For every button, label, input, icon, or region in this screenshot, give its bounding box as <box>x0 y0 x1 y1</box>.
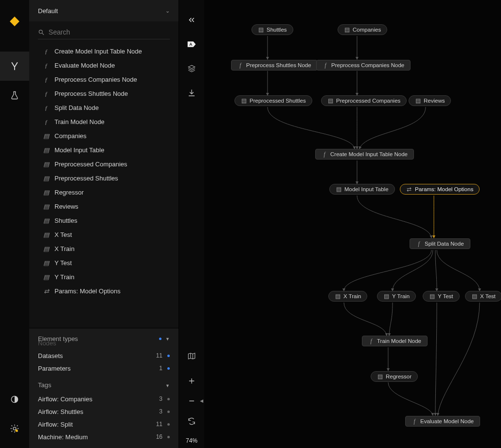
node-train-model[interactable]: fTrain Model Node <box>362 336 428 346</box>
gear-icon <box>10 424 19 433</box>
layers-button[interactable] <box>179 56 204 81</box>
pipeline-selector[interactable]: Default ⌄ <box>29 0 179 21</box>
node-ytest[interactable]: ▤Y Test <box>423 291 460 302</box>
collapse-sidebar-button[interactable] <box>179 8 204 32</box>
dataset-icon: ▤ <box>43 132 50 140</box>
row-dot-icon <box>167 355 170 357</box>
filter-row[interactable]: Datasets11 <box>38 349 170 362</box>
search-input[interactable] <box>49 28 170 36</box>
node-params[interactable]: ⇄Params: Model Options <box>400 184 480 195</box>
legend-dot-icon <box>159 338 161 340</box>
dataset-icon: ▤ <box>344 27 350 33</box>
tree-item[interactable]: ▤Regressor <box>38 185 174 199</box>
filter-row[interactable]: Parameters1 <box>38 362 170 375</box>
tree-item[interactable]: ƒEvaluate Model Node <box>38 58 174 72</box>
tree-item-label: Params: Model Options <box>54 287 121 295</box>
minus-icon: − <box>189 395 195 407</box>
filter-row[interactable]: Airflow: Shuttles3 <box>38 405 170 418</box>
reset-zoom-button[interactable] <box>179 409 204 433</box>
dataset-icon: ▤ <box>43 203 50 211</box>
label-tag-icon: A <box>187 40 197 48</box>
node-xtest[interactable]: ▤X Test <box>465 291 501 302</box>
tree-item[interactable]: ▤Companies <box>38 129 174 143</box>
row-dot-icon <box>167 436 170 438</box>
tree-item[interactable]: ▤Y Test <box>38 256 174 270</box>
node-shuttles[interactable]: ▤Shuttles <box>251 24 293 35</box>
node-tree: ƒCreate Model Input Table NodeƒEvaluate … <box>29 44 179 328</box>
node-pre-companies[interactable]: fPreprocess Companies Node <box>316 60 411 71</box>
caret-down-icon <box>165 381 170 389</box>
filter-row[interactable]: Airflow: Split11 <box>38 418 170 430</box>
selector-label: Default <box>38 7 58 15</box>
dataset-icon: ▤ <box>43 189 50 197</box>
tree-item[interactable]: ƒSplit Data Node <box>38 101 174 115</box>
graph-canvas[interactable]: ▤Shuttles ▤Companies fPreprocess Shuttle… <box>204 0 501 448</box>
zoom-in-button[interactable]: ＋ <box>179 368 204 393</box>
zoom-slider-handle[interactable]: ◀ <box>200 398 203 403</box>
tree-item-label: Evaluate Model Node <box>54 62 115 69</box>
node-reviews[interactable]: ▤Reviews <box>409 95 451 106</box>
dataset-icon: ▤ <box>336 186 341 192</box>
node-xtrain[interactable]: ▤X Train <box>328 291 367 302</box>
tree-item[interactable]: ▤Y Train <box>38 270 174 284</box>
function-icon: f <box>416 241 422 247</box>
search-bar[interactable] <box>38 28 170 39</box>
nav-graph[interactable] <box>0 52 29 81</box>
node-regressor[interactable]: ▤Regressor <box>371 371 418 382</box>
node-companies[interactable]: ▤Companies <box>338 24 387 35</box>
app-logo <box>0 11 29 32</box>
row-label: Airflow: Shuttles <box>38 408 83 415</box>
label-toggle-button[interactable]: A <box>179 32 204 56</box>
tree-item[interactable]: ▤Preprocessed Shuttles <box>38 171 174 185</box>
filter-row[interactable]: Machine: Medium16 <box>38 430 170 443</box>
tree-item-label: Model Input Table <box>54 146 104 154</box>
node-preproc-comp[interactable]: ▤Preprocessed Companies <box>321 95 407 106</box>
node-evaluate[interactable]: fEvaluate Model Node <box>405 416 480 427</box>
tree-item[interactable]: ƒPreprocess Companies Node <box>38 72 174 87</box>
dataset-icon: ▤ <box>258 27 264 33</box>
nav-settings[interactable] <box>0 414 29 443</box>
tree-item-label: Preprocess Companies Node <box>54 76 137 83</box>
tree-item-label: Preprocessed Shuttles <box>54 175 118 182</box>
function-icon: ƒ <box>43 90 50 98</box>
tree-item[interactable]: ▤X Test <box>38 228 174 242</box>
tree-item-label: Regressor <box>54 189 84 196</box>
node-preproc-shut[interactable]: ▤Preprocessed Shuttles <box>234 95 312 106</box>
dataset-icon: ▤ <box>43 175 50 182</box>
function-icon: f <box>322 62 328 68</box>
row-label: Airflow: Companies <box>38 395 92 403</box>
tags-header[interactable]: Tags <box>38 381 170 389</box>
tree-item[interactable]: ƒCreate Model Input Table Node <box>38 44 174 58</box>
node-split[interactable]: fSplit Data Node <box>410 238 470 249</box>
tree-item[interactable]: ƒPreprocess Shuttles Node <box>38 87 174 101</box>
tree-item[interactable]: ƒTrain Model Node <box>38 115 174 129</box>
nav-theme[interactable] <box>0 385 29 414</box>
minimap-button[interactable] <box>179 344 204 368</box>
nav-experiment[interactable] <box>0 81 29 110</box>
download-button[interactable] <box>179 81 204 105</box>
row-dot-icon <box>167 367 170 370</box>
theme-contrast-icon <box>10 394 19 404</box>
node-pre-shuttles[interactable]: fPreprocess Shuttles Node <box>231 60 318 71</box>
filter-row[interactable]: Airflow: Companies3 <box>38 393 170 405</box>
tree-item[interactable]: ▤Model Input Table <box>38 143 174 157</box>
dataset-icon: ▤ <box>43 161 50 168</box>
node-mit[interactable]: ▤Model Input Table <box>329 184 395 195</box>
tree-item-label: Companies <box>54 132 87 140</box>
zoom-out-button[interactable]: − ◀ <box>179 393 204 409</box>
tree-item[interactable]: ▤Reviews <box>38 199 174 214</box>
tree-item[interactable]: ▤Preprocessed Companies <box>38 157 174 171</box>
node-create-mit[interactable]: fCreate Model Input Table Node <box>315 149 414 160</box>
tree-item-label: Y Train <box>54 273 74 281</box>
flask-icon <box>10 90 19 100</box>
svg-rect-0 <box>10 17 19 26</box>
function-icon: ƒ <box>43 118 50 126</box>
chevrons-left-icon <box>188 16 196 24</box>
search-icon <box>38 29 45 36</box>
tree-item[interactable]: ▤X Train <box>38 242 174 256</box>
tree-item[interactable]: ⇄Params: Model Options <box>38 284 174 298</box>
tree-item[interactable]: ▤Shuttles <box>38 214 174 228</box>
node-ytrain[interactable]: ▤Y Train <box>377 291 416 302</box>
dataset-icon: ▤ <box>43 217 50 225</box>
row-dot-icon <box>167 423 170 426</box>
